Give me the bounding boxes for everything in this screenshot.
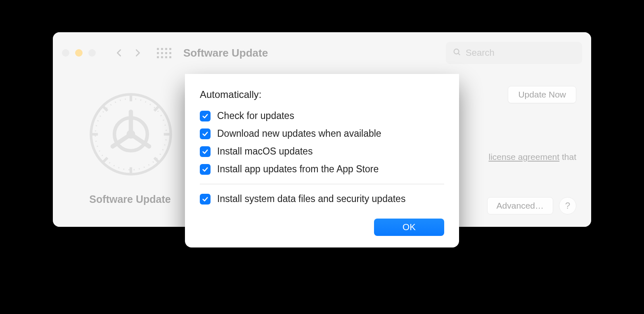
update-now-label: Update Now <box>518 90 566 100</box>
search-input[interactable] <box>466 48 575 58</box>
show-all-button[interactable] <box>155 44 173 62</box>
back-button[interactable] <box>112 44 126 62</box>
svg-point-18 <box>127 130 135 139</box>
advanced-label: Advanced… <box>497 201 544 211</box>
checkbox-icon[interactable] <box>200 194 211 205</box>
option-install-security-updates[interactable]: Install system data files and security u… <box>200 190 444 208</box>
option-label: Check for updates <box>217 110 294 121</box>
svg-line-9 <box>154 106 159 111</box>
search-icon <box>452 48 462 58</box>
close-window-button[interactable] <box>62 49 69 57</box>
option-label: Download new updates when available <box>217 128 381 139</box>
svg-line-10 <box>103 158 108 163</box>
license-agreement-text: license agreement that <box>489 152 576 162</box>
option-label: Install macOS updates <box>217 146 313 157</box>
option-label: Install system data files and security u… <box>217 193 405 205</box>
search-field[interactable] <box>446 42 582 64</box>
update-now-button[interactable]: Update Now <box>508 86 576 103</box>
checkbox-icon[interactable] <box>200 128 211 139</box>
pane-label: Software Update <box>74 193 186 205</box>
license-agreement-link[interactable]: license agreement <box>489 152 560 162</box>
advanced-button[interactable]: Advanced… <box>487 197 553 214</box>
svg-point-0 <box>454 49 459 54</box>
minimize-window-button[interactable] <box>75 49 83 57</box>
option-download-new-updates[interactable]: Download new updates when available <box>200 125 444 143</box>
ok-label: OK <box>402 222 416 233</box>
advanced-options-sheet: Automatically: Check for updates Downloa… <box>185 74 459 247</box>
option-install-macos-updates[interactable]: Install macOS updates <box>200 143 444 160</box>
window-title: Software Update <box>183 47 268 59</box>
window-controls <box>62 49 96 57</box>
help-icon: ? <box>565 200 570 211</box>
sheet-heading: Automatically: <box>200 89 444 100</box>
zoom-window-button[interactable] <box>88 49 96 57</box>
software-update-icon <box>79 83 182 186</box>
help-button[interactable]: ? <box>559 197 576 214</box>
option-check-for-updates[interactable]: Check for updates <box>200 107 444 125</box>
svg-line-1 <box>458 53 460 55</box>
divider <box>200 184 444 184</box>
option-install-app-store-updates[interactable]: Install app updates from the App Store <box>200 160 444 178</box>
titlebar: Software Update <box>53 32 591 74</box>
checkbox-icon[interactable] <box>200 164 211 175</box>
checkbox-icon[interactable] <box>200 111 211 121</box>
checkbox-icon[interactable] <box>200 146 211 157</box>
option-label: Install app updates from the App Store <box>217 164 379 175</box>
ok-button[interactable]: OK <box>374 219 444 236</box>
forward-button[interactable] <box>130 44 144 62</box>
